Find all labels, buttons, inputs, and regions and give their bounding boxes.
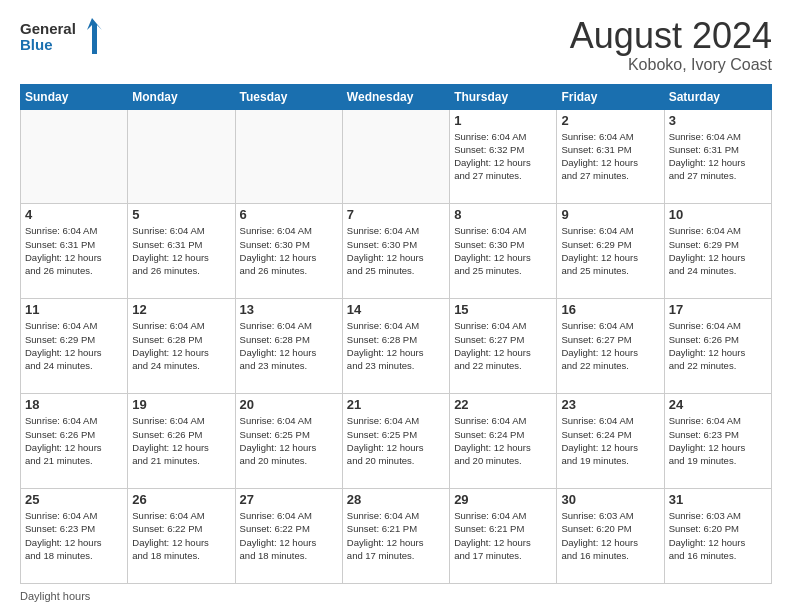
day-number: 19 [132,397,230,412]
day-info: Sunrise: 6:04 AMSunset: 6:32 PMDaylight:… [454,130,552,183]
logo: General Blue [20,16,110,58]
day-info: Sunrise: 6:04 AMSunset: 6:31 PMDaylight:… [132,224,230,277]
day-info: Sunrise: 6:03 AMSunset: 6:20 PMDaylight:… [561,509,659,562]
calendar-cell: 22Sunrise: 6:04 AMSunset: 6:24 PMDayligh… [450,394,557,489]
day-info: Sunrise: 6:04 AMSunset: 6:23 PMDaylight:… [669,414,767,467]
calendar-cell: 13Sunrise: 6:04 AMSunset: 6:28 PMDayligh… [235,299,342,394]
weekday-header-friday: Friday [557,84,664,109]
day-info: Sunrise: 6:04 AMSunset: 6:24 PMDaylight:… [454,414,552,467]
calendar-cell: 14Sunrise: 6:04 AMSunset: 6:28 PMDayligh… [342,299,449,394]
day-info: Sunrise: 6:04 AMSunset: 6:28 PMDaylight:… [240,319,338,372]
calendar-cell: 25Sunrise: 6:04 AMSunset: 6:23 PMDayligh… [21,489,128,584]
calendar-cell: 8Sunrise: 6:04 AMSunset: 6:30 PMDaylight… [450,204,557,299]
main-title: August 2024 [570,16,772,56]
svg-text:General: General [20,20,76,37]
calendar-cell: 21Sunrise: 6:04 AMSunset: 6:25 PMDayligh… [342,394,449,489]
day-number: 14 [347,302,445,317]
calendar-cell: 10Sunrise: 6:04 AMSunset: 6:29 PMDayligh… [664,204,771,299]
calendar-cell: 20Sunrise: 6:04 AMSunset: 6:25 PMDayligh… [235,394,342,489]
day-number: 10 [669,207,767,222]
day-info: Sunrise: 6:04 AMSunset: 6:30 PMDaylight:… [347,224,445,277]
calendar-cell: 19Sunrise: 6:04 AMSunset: 6:26 PMDayligh… [128,394,235,489]
day-number: 11 [25,302,123,317]
calendar-cell: 17Sunrise: 6:04 AMSunset: 6:26 PMDayligh… [664,299,771,394]
weekday-header-tuesday: Tuesday [235,84,342,109]
day-number: 22 [454,397,552,412]
subtitle: Koboko, Ivory Coast [570,56,772,74]
weekday-header-saturday: Saturday [664,84,771,109]
day-info: Sunrise: 6:04 AMSunset: 6:21 PMDaylight:… [454,509,552,562]
footer: Daylight hours [20,590,772,602]
calendar-cell: 29Sunrise: 6:04 AMSunset: 6:21 PMDayligh… [450,489,557,584]
calendar-cell: 6Sunrise: 6:04 AMSunset: 6:30 PMDaylight… [235,204,342,299]
day-number: 26 [132,492,230,507]
weekday-header-wednesday: Wednesday [342,84,449,109]
calendar-cell: 16Sunrise: 6:04 AMSunset: 6:27 PMDayligh… [557,299,664,394]
day-info: Sunrise: 6:04 AMSunset: 6:29 PMDaylight:… [669,224,767,277]
day-number: 2 [561,113,659,128]
day-number: 1 [454,113,552,128]
calendar-cell: 18Sunrise: 6:04 AMSunset: 6:26 PMDayligh… [21,394,128,489]
day-info: Sunrise: 6:04 AMSunset: 6:21 PMDaylight:… [347,509,445,562]
calendar-cell: 24Sunrise: 6:04 AMSunset: 6:23 PMDayligh… [664,394,771,489]
day-number: 23 [561,397,659,412]
day-number: 28 [347,492,445,507]
day-info: Sunrise: 6:04 AMSunset: 6:26 PMDaylight:… [25,414,123,467]
calendar-cell: 9Sunrise: 6:04 AMSunset: 6:29 PMDaylight… [557,204,664,299]
svg-marker-2 [87,18,102,54]
page-header: General Blue August 2024 Koboko, Ivory C… [20,16,772,74]
day-number: 8 [454,207,552,222]
day-info: Sunrise: 6:04 AMSunset: 6:30 PMDaylight:… [240,224,338,277]
day-number: 27 [240,492,338,507]
day-info: Sunrise: 6:04 AMSunset: 6:26 PMDaylight:… [669,319,767,372]
day-number: 6 [240,207,338,222]
calendar-cell: 12Sunrise: 6:04 AMSunset: 6:28 PMDayligh… [128,299,235,394]
day-info: Sunrise: 6:04 AMSunset: 6:22 PMDaylight:… [132,509,230,562]
calendar-cell: 4Sunrise: 6:04 AMSunset: 6:31 PMDaylight… [21,204,128,299]
day-info: Sunrise: 6:04 AMSunset: 6:30 PMDaylight:… [454,224,552,277]
day-info: Sunrise: 6:04 AMSunset: 6:29 PMDaylight:… [25,319,123,372]
day-number: 9 [561,207,659,222]
calendar-cell [21,109,128,204]
day-number: 16 [561,302,659,317]
day-info: Sunrise: 6:04 AMSunset: 6:27 PMDaylight:… [561,319,659,372]
day-info: Sunrise: 6:04 AMSunset: 6:28 PMDaylight:… [132,319,230,372]
day-number: 31 [669,492,767,507]
day-info: Sunrise: 6:04 AMSunset: 6:27 PMDaylight:… [454,319,552,372]
day-number: 24 [669,397,767,412]
day-number: 4 [25,207,123,222]
day-number: 29 [454,492,552,507]
day-number: 13 [240,302,338,317]
calendar-cell: 26Sunrise: 6:04 AMSunset: 6:22 PMDayligh… [128,489,235,584]
day-number: 5 [132,207,230,222]
day-number: 21 [347,397,445,412]
calendar-cell: 30Sunrise: 6:03 AMSunset: 6:20 PMDayligh… [557,489,664,584]
calendar-cell [235,109,342,204]
day-info: Sunrise: 6:03 AMSunset: 6:20 PMDaylight:… [669,509,767,562]
calendar-cell: 15Sunrise: 6:04 AMSunset: 6:27 PMDayligh… [450,299,557,394]
footer-text: Daylight hours [20,590,90,602]
day-info: Sunrise: 6:04 AMSunset: 6:29 PMDaylight:… [561,224,659,277]
calendar-cell: 11Sunrise: 6:04 AMSunset: 6:29 PMDayligh… [21,299,128,394]
weekday-header-sunday: Sunday [21,84,128,109]
day-info: Sunrise: 6:04 AMSunset: 6:26 PMDaylight:… [132,414,230,467]
day-info: Sunrise: 6:04 AMSunset: 6:25 PMDaylight:… [347,414,445,467]
calendar-cell: 1Sunrise: 6:04 AMSunset: 6:32 PMDaylight… [450,109,557,204]
day-info: Sunrise: 6:04 AMSunset: 6:31 PMDaylight:… [25,224,123,277]
calendar-cell: 28Sunrise: 6:04 AMSunset: 6:21 PMDayligh… [342,489,449,584]
calendar-cell: 5Sunrise: 6:04 AMSunset: 6:31 PMDaylight… [128,204,235,299]
weekday-header-monday: Monday [128,84,235,109]
logo-svg: General Blue [20,16,110,58]
day-number: 15 [454,302,552,317]
calendar-table: SundayMondayTuesdayWednesdayThursdayFrid… [20,84,772,584]
day-info: Sunrise: 6:04 AMSunset: 6:31 PMDaylight:… [561,130,659,183]
calendar-cell: 2Sunrise: 6:04 AMSunset: 6:31 PMDaylight… [557,109,664,204]
day-number: 17 [669,302,767,317]
day-number: 20 [240,397,338,412]
day-info: Sunrise: 6:04 AMSunset: 6:28 PMDaylight:… [347,319,445,372]
calendar-cell: 27Sunrise: 6:04 AMSunset: 6:22 PMDayligh… [235,489,342,584]
title-block: August 2024 Koboko, Ivory Coast [570,16,772,74]
day-number: 12 [132,302,230,317]
day-info: Sunrise: 6:04 AMSunset: 6:22 PMDaylight:… [240,509,338,562]
weekday-header-thursday: Thursday [450,84,557,109]
